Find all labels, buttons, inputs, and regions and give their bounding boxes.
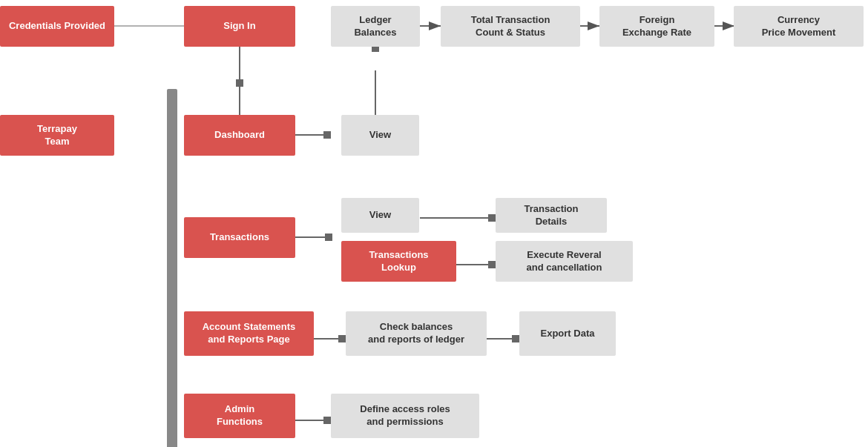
sign-in-box: Sign In [184,6,295,47]
account-statements-box: Account Statementsand Reports Page [184,311,314,356]
diagram: Credentials Provided Sign In LedgerBalan… [0,0,868,447]
define-access-box: Define access rolesand permissions [331,394,479,438]
svg-rect-26 [323,417,331,424]
svg-rect-14 [323,131,331,139]
view-transactions-box: View [341,198,419,233]
svg-rect-22 [338,335,346,342]
svg-rect-5 [236,79,243,87]
credentials-provided-box: Credentials Provided [0,6,114,47]
transactions-lookup-box: TransactionsLookup [341,241,456,282]
total-transaction-box: Total TransactionCount & Status [441,6,580,47]
svg-rect-20 [488,261,496,268]
ledger-balances-box: LedgerBalances [331,6,420,47]
connectors-svg [0,0,868,447]
transaction-details-box: TransactionDetails [496,198,607,233]
vertical-bar [167,89,177,447]
execute-reversal-box: Execute Reveraland cancellation [496,241,633,282]
terrapay-team-box: TerrapayTeam [0,115,114,156]
export-data-box: Export Data [519,311,616,356]
svg-rect-18 [488,214,496,222]
dashboard-box: Dashboard [184,115,295,156]
svg-rect-24 [512,335,519,342]
view-dashboard-box: View [341,115,419,156]
currency-price-box: CurrencyPrice Movement [734,6,864,47]
admin-functions-box: AdminFunctions [184,394,295,438]
svg-rect-16 [325,234,332,241]
foreign-exchange-box: ForeignExchange Rate [599,6,714,47]
check-balances-box: Check balancesand reports of ledger [346,311,487,356]
transactions-box: Transactions [184,217,295,258]
